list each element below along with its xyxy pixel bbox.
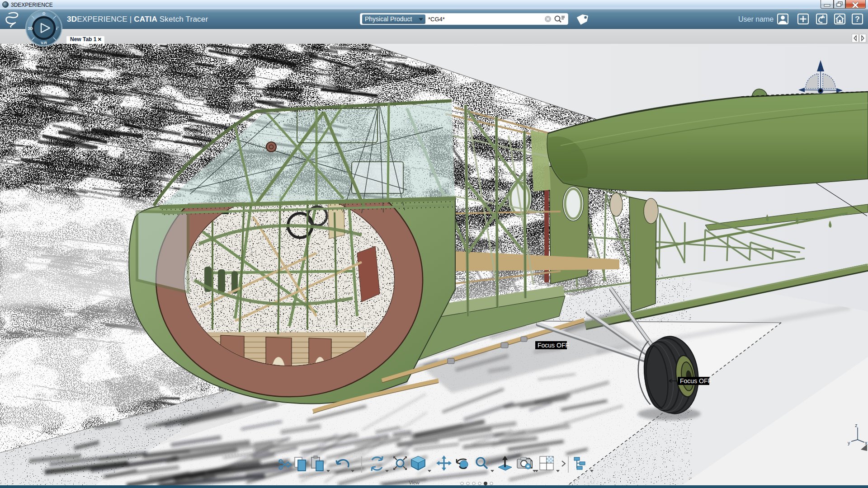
svg-text:y: y bbox=[848, 440, 850, 446]
svg-text:⚙: ⚙ bbox=[42, 11, 46, 16]
svg-text:3D: 3D bbox=[28, 26, 33, 31]
svg-text:V.R: V.R bbox=[41, 41, 47, 45]
svg-text:z: z bbox=[855, 422, 858, 428]
svg-text:View: View bbox=[409, 480, 420, 485]
svg-text:?: ? bbox=[855, 15, 859, 23]
svg-text:Focus OFF: Focus OFF bbox=[538, 342, 569, 349]
svg-text:x: x bbox=[865, 440, 868, 446]
svg-text:Focus OFF: Focus OFF bbox=[680, 377, 712, 385]
